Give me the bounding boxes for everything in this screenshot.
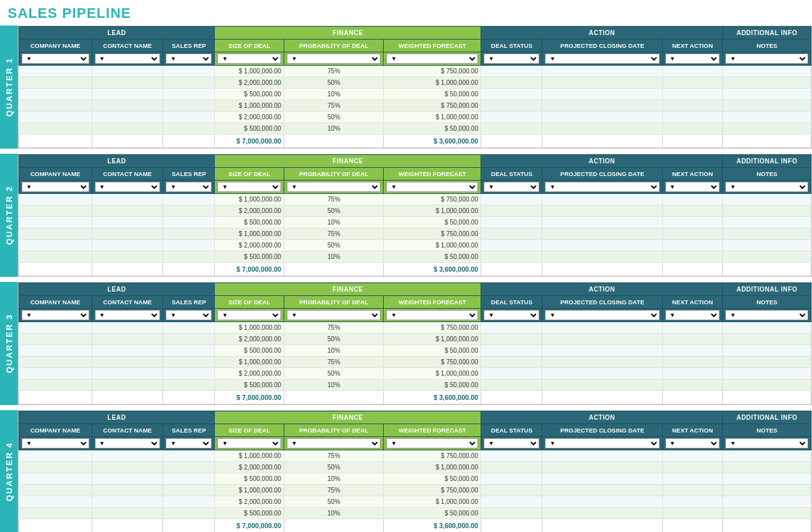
- next-action-header: NEXT ACTION: [662, 296, 723, 309]
- filter-dropdown-col-7[interactable]: ▼: [545, 438, 659, 448]
- filter-dropdown-col-3[interactable]: ▼: [217, 54, 281, 64]
- data-cell-col-6: [481, 322, 542, 334]
- filter-dropdown-col-1[interactable]: ▼: [95, 438, 161, 448]
- size-of-deal-cell: $ 500,000.00: [215, 380, 284, 391]
- filter-dropdown-col-7[interactable]: ▼: [545, 182, 659, 192]
- contact-name-header: CONTACT NAME: [92, 168, 163, 181]
- totals-empty-cell-0: [19, 519, 92, 533]
- table-row: $ 1,000,000.0075%$ 750,000.00: [19, 322, 811, 334]
- filter-dropdown-col-8[interactable]: ▼: [665, 182, 720, 192]
- size-of-deal-cell: $ 500,000.00: [215, 251, 284, 263]
- weighted-forecast-cell: $ 1,000,000.00: [384, 240, 481, 251]
- deal-status-header: DEAL STATUS: [481, 296, 542, 309]
- data-cell-col-7: [542, 380, 662, 391]
- data-cell-col-9: [723, 251, 811, 263]
- data-cell-col-2: [163, 368, 215, 380]
- filter-dropdown-col-8[interactable]: ▼: [665, 310, 720, 320]
- filter-dropdown-col-0[interactable]: ▼: [22, 438, 89, 448]
- filter-dropdown-col-5[interactable]: ▼: [386, 54, 478, 64]
- filter-dropdown-col-9[interactable]: ▼: [725, 54, 808, 64]
- size-of-deal-cell: $ 1,000,000.00: [215, 450, 284, 462]
- data-cell-col-1: [92, 112, 163, 123]
- data-cell-col-9: [723, 322, 811, 334]
- table-row: $ 1,000,000.0075%$ 750,000.00: [19, 66, 811, 77]
- data-cell-col-8: [662, 112, 723, 123]
- filter-dropdown-col-2[interactable]: ▼: [166, 438, 212, 448]
- filter-dropdown-col-5[interactable]: ▼: [386, 310, 478, 320]
- filter-dropdown-col-2[interactable]: ▼: [166, 182, 212, 192]
- data-cell-col-2: [163, 89, 215, 100]
- totals-empty-cell-2: [163, 135, 215, 148]
- probability-cell: 75%: [284, 485, 384, 496]
- totals-empty-cell-4: [284, 391, 384, 404]
- probability-cell: 75%: [284, 66, 384, 77]
- filter-dropdown-col-3[interactable]: ▼: [217, 182, 281, 192]
- totals-row: $ 7,000,000.00$ 3,600,000.00: [19, 135, 811, 148]
- next-action-header: NEXT ACTION: [662, 168, 723, 181]
- data-cell-col-6: [481, 473, 542, 485]
- data-cell-col-1: [92, 462, 163, 473]
- filter-dropdown-col-9[interactable]: ▼: [725, 182, 808, 192]
- data-cell-col-2: [163, 100, 215, 112]
- section-header-lead: LEAD: [19, 27, 215, 40]
- filter-dropdown-col-6[interactable]: ▼: [484, 310, 539, 320]
- data-cell-col-9: [723, 66, 811, 77]
- filter-dropdown-col-7[interactable]: ▼: [545, 54, 659, 64]
- data-cell-col-0: [19, 205, 92, 217]
- filter-dropdown-col-7[interactable]: ▼: [545, 310, 659, 320]
- filter-dropdown-col-1[interactable]: ▼: [95, 54, 161, 64]
- filter-dropdown-col-6[interactable]: ▼: [484, 54, 539, 64]
- filter-dropdown-col-4[interactable]: ▼: [287, 438, 381, 448]
- totals-empty-cell-8: [662, 519, 723, 533]
- table-row: $ 2,000,000.0050%$ 1,000,000.00: [19, 334, 811, 345]
- filter-dropdown-col-8[interactable]: ▼: [665, 54, 720, 64]
- data-cell-col-9: [723, 368, 811, 380]
- filter-dropdown-col-5[interactable]: ▼: [386, 438, 478, 448]
- data-cell-col-1: [92, 194, 163, 205]
- totals-empty-cell-7: [542, 135, 662, 148]
- filter-dropdown-col-3[interactable]: ▼: [217, 438, 281, 448]
- filter-dropdown-col-3[interactable]: ▼: [217, 310, 281, 320]
- filter-dropdown-col-4[interactable]: ▼: [287, 54, 381, 64]
- filter-dropdown-col-6[interactable]: ▼: [484, 182, 539, 192]
- filter-dropdown-col-4[interactable]: ▼: [287, 182, 381, 192]
- totals-empty-cell-1: [92, 391, 163, 404]
- filter-dropdown-col-9[interactable]: ▼: [725, 438, 808, 448]
- data-cell-col-6: [481, 77, 542, 89]
- filter-dropdown-col-1[interactable]: ▼: [95, 182, 161, 192]
- table-row: $ 500,000.0010%$ 50,000.00: [19, 123, 811, 135]
- company-name-header: COMPANY NAME: [19, 296, 92, 309]
- data-cell-col-0: [19, 194, 92, 205]
- filter-dropdown-col-6[interactable]: ▼: [484, 438, 539, 448]
- table-row: $ 1,000,000.0075%$ 750,000.00: [19, 450, 811, 462]
- probability-header: PROBABILITY OF DEAL: [284, 40, 384, 52]
- weighted-forecast-header: WEIGHTED FORECAST: [384, 296, 481, 309]
- filter-dropdown-col-2[interactable]: ▼: [166, 54, 212, 64]
- data-cell-col-0: [19, 357, 92, 368]
- data-cell-col-0: [19, 485, 92, 496]
- table-row: $ 2,000,000.0050%$ 1,000,000.00: [19, 462, 811, 473]
- filter-dropdown-col-8[interactable]: ▼: [665, 438, 720, 448]
- data-cell-col-7: [542, 496, 662, 508]
- data-cell-col-1: [92, 66, 163, 77]
- filter-dropdown-col-4[interactable]: ▼: [287, 310, 381, 320]
- filter-dropdown-col-9[interactable]: ▼: [725, 310, 808, 320]
- filter-dropdown-col-2[interactable]: ▼: [166, 310, 212, 320]
- page-title: SALES PIPELINE: [0, 0, 812, 26]
- totals-size-cell: $ 7,000,000.00: [215, 263, 284, 276]
- data-cell-col-1: [92, 205, 163, 217]
- data-cell-col-1: [92, 345, 163, 357]
- filter-dropdown-col-0[interactable]: ▼: [22, 54, 89, 64]
- filter-dropdown-col-1[interactable]: ▼: [95, 310, 161, 320]
- data-cell-col-1: [92, 357, 163, 368]
- table-row: $ 500,000.0010%$ 50,000.00: [19, 251, 811, 263]
- data-cell-col-8: [662, 205, 723, 217]
- filter-dropdown-col-5[interactable]: ▼: [386, 182, 478, 192]
- data-cell-col-8: [662, 345, 723, 357]
- weighted-forecast-cell: $ 750,000.00: [384, 194, 481, 205]
- filter-dropdown-col-0[interactable]: ▼: [22, 310, 89, 320]
- probability-cell: 50%: [284, 496, 384, 508]
- section-header-lead: LEAD: [19, 155, 215, 168]
- sales-rep-header: SALES REP: [163, 296, 215, 309]
- filter-dropdown-col-0[interactable]: ▼: [22, 182, 89, 192]
